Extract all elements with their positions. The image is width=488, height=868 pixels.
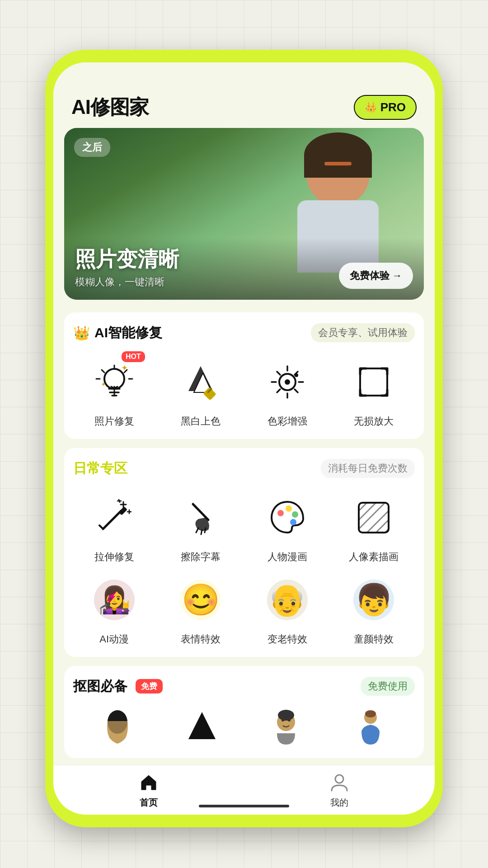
feature-colorize[interactable]: 黑白上色 xyxy=(160,355,242,428)
stretch-icon-box xyxy=(87,491,141,545)
sketch-icon-box xyxy=(347,491,401,545)
hair-icon xyxy=(99,708,136,745)
daily-section-title: 日常专区 xyxy=(73,459,127,478)
daily-section: 日常专区 消耗每日免费次数 xyxy=(64,448,424,657)
ai-section-title: 👑 AI智能修复 xyxy=(73,324,162,342)
ai-section: 👑 AI智能修复 会员专享、试用体验 HOT xyxy=(64,312,424,439)
feature-age[interactable]: 👴 变老特效 xyxy=(246,573,328,646)
feature-cartoon[interactable]: 人物漫画 xyxy=(246,491,328,564)
nav-profile[interactable]: 我的 xyxy=(244,771,435,809)
svg-point-53 xyxy=(278,710,294,721)
nav-home[interactable]: 首页 xyxy=(53,771,244,809)
magic-icon xyxy=(94,497,135,538)
young-emoji: 👦 xyxy=(353,580,394,620)
status-bar xyxy=(53,62,435,85)
hero-banner[interactable]: 之后 xyxy=(64,128,424,300)
svg-point-48 xyxy=(108,710,127,734)
upscale-icon-box xyxy=(347,355,401,409)
svg-text:✦: ✦ xyxy=(101,381,106,388)
pro-label: PRO xyxy=(380,100,406,114)
feature-upscale[interactable]: 无损放大 xyxy=(333,355,415,428)
bottom-indicator xyxy=(199,805,289,807)
ai-section-tag: 会员专享、试用体验 xyxy=(311,323,415,342)
svg-marker-49 xyxy=(188,712,216,739)
feature-erase[interactable]: 擦除字幕 xyxy=(160,491,242,564)
cutout-section-title: 抠图必备 免费 xyxy=(73,677,163,696)
cartoon-icon-box xyxy=(260,491,314,545)
feature-enhance[interactable]: 色彩增强 xyxy=(246,355,328,428)
shape-icon xyxy=(184,708,220,745)
person-icon xyxy=(352,708,389,745)
svg-line-19 xyxy=(277,372,280,375)
palette-icon xyxy=(267,497,308,538)
crown-icon: 👑 xyxy=(73,325,90,341)
hero-cta-button[interactable]: 免费体验 → xyxy=(339,263,413,289)
enhance-icon-box xyxy=(260,355,314,409)
daily-section-tag: 消耗每日免费次数 xyxy=(321,459,415,478)
user-icon xyxy=(328,771,351,794)
feature-emotion[interactable]: 😊 表情特效 xyxy=(160,573,242,646)
sketch-icon xyxy=(353,497,394,538)
hero-text-area: 照片变清晰 模糊人像，一键清晰 免费体验 → xyxy=(64,238,424,300)
cutout-section: 抠图必备 免费 免费使用 xyxy=(64,666,424,758)
pro-badge[interactable]: 👑 PRO xyxy=(354,95,417,120)
photo-restore-icon-box: HOT xyxy=(87,355,141,409)
ai-section-header: 👑 AI智能修复 会员专享、试用体验 xyxy=(73,323,415,342)
svg-line-34 xyxy=(193,504,208,520)
ai-icon-grid: HOT xyxy=(73,355,415,428)
feature-young[interactable]: 👦 童颜特效 xyxy=(333,573,415,646)
nav-home-label: 首页 xyxy=(140,797,158,809)
daily-icon-grid: 拉伸修复 擦除字幕 xyxy=(73,491,415,646)
free-badge: 免费 xyxy=(136,679,163,693)
svg-line-44 xyxy=(367,511,389,533)
cutout-item-3[interactable] xyxy=(246,708,326,745)
brush-icon xyxy=(180,497,221,538)
photo-restore-label: 照片修复 xyxy=(94,415,134,428)
colorize-label: 黑白上色 xyxy=(181,415,221,428)
sketch-label: 人像素描画 xyxy=(349,550,399,564)
daily-section-header: 日常专区 消耗每日免费次数 xyxy=(73,459,415,478)
young-icon-box: 👦 xyxy=(347,573,401,627)
anime-label: AI动漫 xyxy=(99,632,129,646)
feature-anime[interactable]: 👩‍🎤 AI动漫 xyxy=(73,573,155,646)
sun-icon xyxy=(267,362,308,402)
emotion-label: 表情特效 xyxy=(181,632,221,646)
cutout-item-1[interactable] xyxy=(78,708,158,745)
svg-point-14 xyxy=(285,379,290,385)
cutout-item-4[interactable] xyxy=(331,708,411,745)
hero-subtitle: 模糊人像，一键清晰 xyxy=(75,275,179,289)
cutout-item-2[interactable] xyxy=(162,708,242,745)
phone-screen: AI修图家 👑 PRO 之后 xyxy=(53,62,435,815)
svg-point-56 xyxy=(335,775,343,783)
young-label: 童颜特效 xyxy=(354,632,394,646)
svg-point-23 xyxy=(295,373,298,377)
svg-point-55 xyxy=(365,710,376,717)
face-icon xyxy=(268,708,304,745)
svg-line-20 xyxy=(295,389,298,392)
feature-sketch[interactable]: 人像素描画 xyxy=(333,491,415,564)
svg-point-36 xyxy=(286,505,292,512)
svg-line-25 xyxy=(103,511,121,529)
bulb-icon: ✦ ✦ xyxy=(94,362,135,402)
erase-icon-box xyxy=(174,491,228,545)
emotion-icon-box: 😊 xyxy=(174,573,228,627)
cutout-section-tag: 免费使用 xyxy=(361,677,415,696)
crown-icon: 👑 xyxy=(365,102,377,113)
svg-rect-24 xyxy=(360,368,387,396)
hot-badge: HOT xyxy=(122,351,145,362)
smile-emoji: 😊 xyxy=(180,580,221,620)
feature-photo-restore[interactable]: HOT xyxy=(73,355,155,428)
feature-stretch[interactable]: 拉伸修复 xyxy=(73,491,155,564)
svg-point-35 xyxy=(277,510,284,516)
age-label: 变老特效 xyxy=(267,632,307,646)
stretch-label: 拉伸修复 xyxy=(94,550,134,564)
age-icon-box: 👴 xyxy=(260,573,314,627)
svg-text:✦: ✦ xyxy=(121,363,128,373)
svg-line-42 xyxy=(359,503,376,520)
cutout-partial-icons xyxy=(73,708,415,745)
hero-title: 照片变清晰 xyxy=(75,247,179,272)
paint-icon xyxy=(180,362,221,402)
svg-line-27 xyxy=(99,525,102,528)
erase-label: 擦除字幕 xyxy=(181,550,221,564)
scroll-content[interactable]: AI修图家 👑 PRO 之后 xyxy=(53,85,435,765)
